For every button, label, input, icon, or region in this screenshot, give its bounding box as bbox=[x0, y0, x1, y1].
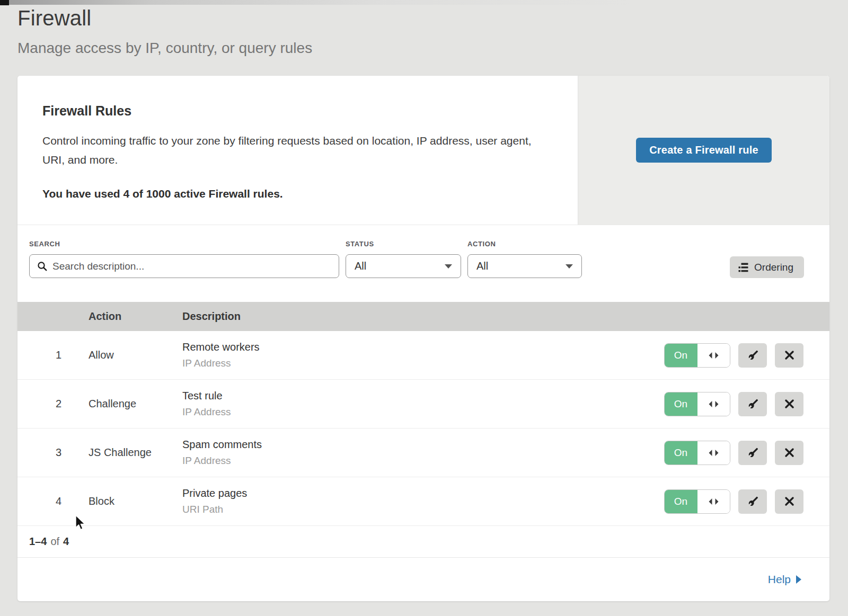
chevron-down-icon bbox=[566, 264, 573, 269]
rule-action: Block bbox=[89, 495, 182, 507]
pagination-of: of bbox=[50, 535, 59, 548]
section-description: Control incoming traffic to your zone by… bbox=[42, 131, 546, 169]
rule-enabled-toggle[interactable]: On bbox=[664, 343, 730, 368]
toggle-expand-icon[interactable] bbox=[697, 490, 730, 513]
search-input[interactable] bbox=[52, 261, 331, 272]
rule-description: Test rule bbox=[182, 390, 664, 402]
overview-section: Firewall Rules Control incoming traffic … bbox=[17, 76, 829, 225]
filters-bar: SEARCH STATUS All ACTION All bbox=[17, 225, 829, 302]
search-icon bbox=[37, 261, 47, 271]
toggle-on-label[interactable]: On bbox=[664, 343, 697, 368]
wrench-icon bbox=[747, 447, 758, 459]
rule-controls: On bbox=[664, 441, 829, 465]
rule-description: Private pages bbox=[182, 487, 664, 499]
ordering-button[interactable]: Ordering bbox=[730, 256, 804, 278]
edit-rule-button[interactable] bbox=[738, 489, 767, 514]
delete-rule-button[interactable] bbox=[775, 392, 803, 416]
toggle-expand-icon[interactable] bbox=[697, 392, 730, 416]
overview-text-area: Firewall Rules Control incoming traffic … bbox=[17, 76, 578, 225]
rule-action: JS Challenge bbox=[89, 447, 182, 459]
wrench-icon bbox=[747, 350, 758, 361]
help-link[interactable]: Help bbox=[768, 573, 801, 586]
create-firewall-rule-button[interactable]: Create a Firewall rule bbox=[636, 138, 772, 163]
toggle-expand-icon[interactable] bbox=[697, 344, 730, 367]
status-filter-group: STATUS All bbox=[346, 240, 461, 278]
rule-description: Spam comments bbox=[182, 439, 664, 451]
search-box[interactable] bbox=[29, 254, 339, 278]
table-header: Action Description bbox=[17, 302, 829, 331]
pagination-range: 1–4 bbox=[29, 535, 47, 548]
status-label: STATUS bbox=[346, 240, 461, 248]
toggle-expand-icon[interactable] bbox=[697, 441, 730, 465]
description-column-header: Description bbox=[182, 310, 829, 323]
rule-match-field: IP Address bbox=[182, 406, 664, 418]
pagination: 1–4 of 4 bbox=[17, 526, 829, 558]
arrow-right-icon bbox=[796, 575, 801, 584]
rule-description-cell: Spam comments IP Address bbox=[182, 439, 664, 467]
table-row: 2 Challenge Test rule IP Address On bbox=[17, 380, 829, 428]
ordering-group: Ordering bbox=[730, 256, 804, 278]
help-link-label: Help bbox=[768, 573, 791, 586]
rule-action: Challenge bbox=[89, 398, 182, 410]
rule-controls: On bbox=[664, 489, 829, 514]
ordered-list-icon bbox=[738, 262, 748, 273]
close-icon bbox=[784, 496, 794, 506]
rule-description-cell: Test rule IP Address bbox=[182, 390, 664, 418]
rule-controls: On bbox=[664, 343, 829, 368]
pagination-total: 4 bbox=[63, 535, 69, 548]
page-subtitle: Manage access by IP, country, or query r… bbox=[17, 40, 848, 57]
usage-summary: You have used 4 of 1000 active Firewall … bbox=[42, 188, 546, 200]
section-heading: Firewall Rules bbox=[42, 103, 546, 119]
action-selected-value: All bbox=[476, 260, 488, 272]
delete-rule-button[interactable] bbox=[775, 343, 803, 368]
close-icon bbox=[784, 448, 794, 458]
page-header: Firewall Manage access by IP, country, o… bbox=[0, 0, 848, 57]
delete-rule-button[interactable] bbox=[775, 441, 803, 465]
card-footer: Help bbox=[17, 558, 829, 601]
wrench-icon bbox=[747, 496, 758, 507]
toggle-on-label[interactable]: On bbox=[664, 392, 697, 416]
rule-description-cell: Private pages URI Path bbox=[182, 487, 664, 515]
edit-rule-button[interactable] bbox=[738, 441, 767, 465]
rule-priority: 1 bbox=[17, 349, 89, 361]
page-title: Firewall bbox=[17, 6, 848, 30]
rule-match-field: IP Address bbox=[182, 455, 664, 467]
create-rule-panel: Create a Firewall rule bbox=[578, 76, 829, 225]
toggle-on-label[interactable]: On bbox=[664, 441, 697, 465]
rule-action: Allow bbox=[89, 349, 182, 361]
table-row: 4 Block Private pages URI Path On bbox=[17, 477, 829, 526]
toggle-on-label[interactable]: On bbox=[664, 489, 697, 514]
edit-rule-button[interactable] bbox=[738, 392, 767, 416]
table-row: 1 Allow Remote workers IP Address On bbox=[17, 331, 829, 380]
rule-description: Remote workers bbox=[182, 341, 664, 353]
close-icon bbox=[784, 350, 794, 360]
wrench-icon bbox=[747, 398, 758, 410]
rule-description-cell: Remote workers IP Address bbox=[182, 341, 664, 369]
delete-rule-button[interactable] bbox=[775, 489, 803, 514]
rule-match-field: URI Path bbox=[182, 504, 664, 515]
rule-controls: On bbox=[664, 392, 829, 416]
status-select[interactable]: All bbox=[346, 254, 461, 278]
close-icon bbox=[784, 399, 794, 409]
status-selected-value: All bbox=[355, 260, 366, 272]
rule-enabled-toggle[interactable]: On bbox=[664, 441, 730, 465]
rules-list: 1 Allow Remote workers IP Address On bbox=[17, 331, 829, 526]
ordering-button-label: Ordering bbox=[754, 262, 793, 273]
rule-match-field: IP Address bbox=[182, 358, 664, 369]
table-row: 3 JS Challenge Spam comments IP Address … bbox=[17, 428, 829, 477]
firewall-rules-card: Firewall Rules Control incoming traffic … bbox=[17, 76, 829, 601]
edit-rule-button[interactable] bbox=[738, 343, 767, 368]
action-filter-group: ACTION All bbox=[467, 240, 582, 278]
action-select[interactable]: All bbox=[467, 254, 582, 278]
search-label: SEARCH bbox=[29, 240, 339, 248]
rule-priority: 2 bbox=[17, 398, 89, 410]
rule-enabled-toggle[interactable]: On bbox=[664, 489, 730, 514]
rule-priority: 4 bbox=[17, 495, 89, 507]
rule-priority: 3 bbox=[17, 447, 89, 459]
action-column-header: Action bbox=[89, 310, 182, 323]
rule-enabled-toggle[interactable]: On bbox=[664, 392, 730, 416]
chevron-down-icon bbox=[445, 264, 452, 269]
search-filter-group: SEARCH bbox=[29, 240, 339, 278]
action-label: ACTION bbox=[467, 240, 582, 248]
